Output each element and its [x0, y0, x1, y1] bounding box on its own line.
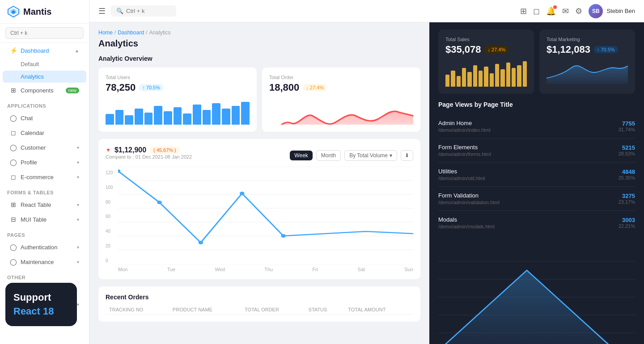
avatar: SB — [589, 4, 603, 18]
dashboard-icon: ⚡ — [10, 47, 17, 54]
dark-stats-row: Total Sales $35,078 ↓ 27.4% — [438, 29, 635, 94]
col-tracking: Tracking No — [106, 305, 169, 315]
sidebar-logo: Mantis — [0, 0, 89, 24]
dark-income-chart: Fri Sat Sun — [438, 243, 635, 344]
income-arrow-icon: ▼ — [106, 147, 111, 153]
sidebar-item-customer[interactable]: ◯ Customer ▾ — [3, 140, 86, 155]
profile-icon: ◯ — [10, 159, 17, 166]
notification-icon[interactable]: 🔔 — [546, 6, 556, 16]
page-view-item-0: Admin Home /demo/admin/index.html 7755 3… — [438, 114, 635, 138]
customer-icon: ◯ — [10, 144, 17, 151]
y-axis-labels: 120 100 80 60 40 20 0 — [106, 167, 118, 272]
sidebar-item-mui-table[interactable]: ⊟ MUI Table ▾ — [3, 212, 86, 227]
stat-card-total-sales: Total Sales $35,078 ↓ 27.4% — [438, 29, 534, 94]
auth-icon: ◯ — [10, 243, 17, 251]
sidebar-item-chat[interactable]: ◯ Chat — [3, 111, 86, 125]
pv-count-4: 3003 — [619, 217, 635, 223]
apps-icon[interactable]: ⊞ — [520, 6, 527, 16]
x-axis-labels: Mon Tue Wed Thu Fri Sat Sun — [118, 265, 413, 272]
sidebar-item-analytics[interactable]: Analytics — [3, 71, 86, 83]
pv-percent-4: 22.21% — [619, 223, 635, 229]
support-subtitle: React 18 — [13, 306, 69, 317]
stat-card-total-order: Total Order 18,800 ↓ 27.4% — [262, 67, 420, 132]
forms-tables-label: Forms & Tables — [0, 185, 89, 197]
menu-toggle-button[interactable]: ☰ — [98, 6, 106, 16]
chevron-customer-icon: ▾ — [77, 145, 79, 150]
sidebar-auth-label: Authentication — [21, 244, 57, 251]
total-order-label: Total Order — [269, 75, 413, 80]
sidebar-item-authentication[interactable]: ◯ Authentication ▾ — [3, 240, 86, 254]
total-order-badge: ↓ 27.4% — [303, 84, 327, 91]
pv-count-2: 4848 — [619, 168, 635, 175]
sidebar-react-table-label: React Table — [21, 201, 51, 208]
pv-count-0: 7755 — [619, 120, 635, 127]
page-view-item-4: Modals /demo/admin/modals.html 3003 22.2… — [438, 211, 635, 235]
sidebar-maintenance-label: Maintenance — [21, 259, 54, 265]
content-right: Total Sales $35,078 ↓ 27.4% — [429, 22, 644, 344]
breadcrumb-home[interactable]: Home — [98, 29, 113, 36]
total-sales-label: Total Sales — [445, 37, 527, 42]
page-title: Analytics — [98, 38, 420, 49]
sidebar-calendar-label: Calendar — [21, 130, 44, 136]
sidebar-item-components[interactable]: ⊞ Components new — [3, 83, 86, 97]
total-sales-badge: ↓ 27.4% — [485, 46, 509, 53]
user-profile[interactable]: SB Stebin Ben — [589, 4, 635, 18]
sidebar-item-react-table[interactable]: ⊞ React Table ▾ — [3, 197, 86, 212]
breadcrumb: Home / Dashboard / Analytics — [98, 29, 420, 36]
mail-icon[interactable]: ✉ — [562, 6, 569, 16]
pv-title-3: Form Validation — [438, 192, 500, 199]
volume-select-button[interactable]: By Total Volume ▾ — [344, 150, 397, 161]
total-marketing-chart — [547, 60, 628, 87]
income-chart — [118, 167, 413, 265]
sidebar-chat-label: Chat — [21, 115, 33, 122]
month-button[interactable]: Month — [316, 150, 341, 161]
sidebar-item-dashboard[interactable]: ⚡ Dashboard ▲ — [3, 43, 86, 58]
sidebar-profile-label: Profile — [21, 159, 37, 166]
pv-title-1: Form Elements — [438, 144, 491, 151]
pv-url-2: /demo/admin/util.html — [438, 176, 485, 181]
sidebar-dashboard-label: Dashboard — [21, 47, 49, 54]
calendar-icon: ◻ — [10, 129, 17, 136]
notification-dot — [553, 5, 557, 9]
week-button[interactable]: Week — [290, 151, 312, 160]
total-order-chart — [269, 98, 413, 125]
chevron-profile-icon: ▾ — [77, 160, 79, 165]
orders-table: Tracking No Product Name Total Order Sta… — [106, 305, 413, 315]
page-view-item-2: Utilities /demo/admin/util.html 4848 25.… — [438, 163, 635, 187]
sidebar-search-input[interactable] — [5, 27, 84, 39]
up-arrow-icon: ↑ — [142, 85, 145, 90]
sidebar-search-container — [0, 24, 89, 43]
total-marketing-badge: ↑ 70.5% — [594, 46, 618, 53]
page-view-item-1: Form Elements /demo/admin/forms.html 521… — [438, 138, 635, 163]
new-badge: new — [66, 88, 79, 93]
header-search-input[interactable] — [126, 8, 171, 14]
svg-point-13 — [199, 241, 203, 244]
breadcrumb-dashboard[interactable]: Dashboard — [118, 29, 144, 36]
svg-point-15 — [281, 234, 286, 238]
content-left: Home / Dashboard / Analytics Analytics A… — [89, 22, 429, 344]
components-icon: ⊞ — [10, 87, 17, 94]
page-view-item-3: Form Validation /demo/admin/validation.h… — [438, 187, 635, 211]
pv-percent-1: 28.53% — [619, 151, 635, 156]
sidebar-ecommerce-label: E-commerce — [21, 174, 54, 180]
support-popup[interactable]: Support React 18 — [5, 283, 77, 326]
sidebar-item-maintenance[interactable]: ◯ Maintenance ▾ — [3, 255, 86, 269]
sidebar-item-default[interactable]: Default — [3, 58, 86, 70]
header-search-box[interactable]: 🔍 — [111, 5, 176, 17]
chevron-ml-icon: ▾ — [77, 302, 79, 307]
header: ☰ 🔍 ⊞ ◻ 🔔 ✉ ⚙ SB Stebin Ben — [89, 0, 644, 22]
app-name: Mantis — [23, 7, 51, 17]
sidebar-item-ecommerce[interactable]: ◻ E-commerce ▾ — [3, 170, 86, 184]
chevron-maint-icon: ▾ — [77, 260, 79, 264]
react-table-icon: ⊞ — [10, 201, 17, 208]
page-views-section: Page Views by Page Title Admin Home /dem… — [438, 101, 635, 235]
other-label: Other — [0, 269, 89, 282]
col-product: Product Name — [169, 305, 241, 315]
col-amount: Total Amount — [344, 305, 413, 315]
logo-icon — [7, 5, 20, 18]
camera-icon[interactable]: ◻ — [533, 6, 540, 16]
download-button[interactable]: ⬇ — [401, 150, 413, 161]
sidebar-item-profile[interactable]: ◯ Profile ▾ — [3, 155, 86, 169]
settings-icon[interactable]: ⚙ — [575, 6, 582, 16]
sidebar-item-calendar[interactable]: ◻ Calendar — [3, 126, 86, 140]
